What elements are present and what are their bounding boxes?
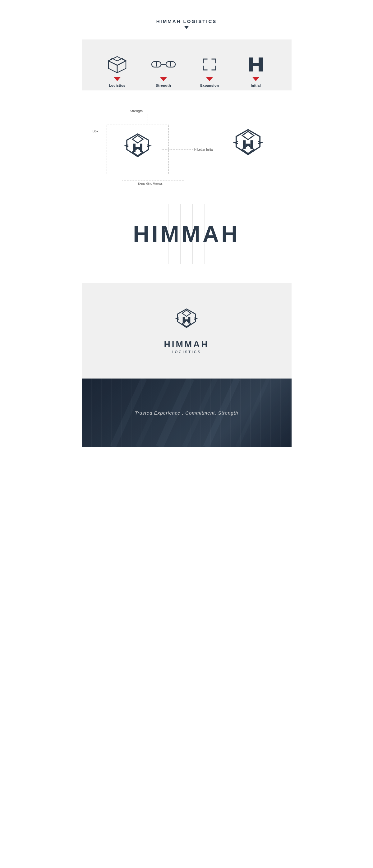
svg-rect-18 [133, 144, 135, 152]
svg-rect-19 [140, 144, 143, 152]
svg-rect-20 [135, 147, 140, 149]
logo-grey-svg [173, 308, 200, 336]
svg-rect-25 [250, 140, 253, 149]
header-chevron-icon [184, 26, 189, 29]
svg-marker-21 [236, 130, 259, 154]
chain-icon [151, 55, 176, 74]
svg-rect-14 [253, 63, 259, 66]
arrow-strength [160, 77, 167, 81]
icon-item-expansion: Expansion [187, 55, 233, 87]
logo-brand-name: HIMMAH [164, 339, 209, 349]
h-annotation: H Letter Initial [162, 148, 214, 151]
svg-line-3 [108, 61, 117, 65]
concept-section: Strength Box H Letter Initial [82, 90, 291, 204]
label-strength: Strength [156, 84, 171, 87]
typography-inner: HIMMAH [82, 204, 291, 264]
label-expansion: Expansion [200, 84, 219, 87]
svg-line-4 [117, 61, 126, 65]
building-tagline: Trusted Experience , Commitment, Strengt… [135, 410, 239, 415]
bottom-dash [138, 174, 200, 181]
arrow-initial [252, 77, 259, 81]
icon-item-strength: Strength [140, 55, 187, 87]
logo-container: HIMMAH LOGISTICS [88, 308, 285, 354]
svg-rect-32 [185, 319, 188, 321]
bottom-dash-h [122, 181, 184, 181]
concept-left: Strength Box H Letter Initial [94, 109, 200, 185]
svg-rect-12 [249, 58, 253, 71]
typography-section: HIMMAH [82, 204, 291, 264]
h-letter-icon [248, 55, 263, 74]
arrows-label: Expanding Arrows [138, 182, 200, 185]
svg-rect-24 [243, 140, 246, 149]
icon-item-initial: Initial [233, 55, 279, 87]
icons-row: Logistics Strength [82, 49, 291, 90]
arrow-logistics [114, 77, 121, 81]
box-icon [106, 55, 128, 74]
box-label: Box [93, 129, 98, 133]
spacer-1 [82, 264, 291, 283]
header-title: HIMMAH LOGISTICS [88, 19, 285, 24]
brand-name-large: HIMMAH [82, 214, 291, 254]
building-section: Trusted Experience , Commitment, Strengt… [82, 378, 291, 447]
icon-item-logistics: Logistics [94, 55, 141, 87]
svg-rect-13 [259, 58, 263, 71]
dashed-box: H Letter Initial [106, 125, 169, 174]
concept-logo-clean [229, 128, 267, 165]
h-ann-dash [162, 150, 193, 150]
svg-marker-27 [178, 309, 195, 328]
arrow-expansion [206, 77, 213, 81]
svg-marker-15 [127, 134, 149, 157]
strength-label: Strength [130, 109, 143, 113]
svg-rect-26 [246, 144, 250, 146]
concept-logo-svg [121, 132, 155, 166]
icons-section: Logistics Strength [82, 39, 291, 90]
expand-icon [200, 55, 219, 74]
svg-rect-31 [188, 317, 190, 323]
bottom-annotation: Expanding Arrows [106, 174, 200, 185]
logo-brand-sub: LOGISTICS [172, 350, 201, 354]
label-logistics: Logistics [109, 84, 125, 87]
label-initial: Initial [251, 84, 261, 87]
concept-right [229, 128, 267, 166]
svg-rect-30 [183, 317, 185, 323]
top-dash-line [148, 114, 148, 125]
logo-grey-section: HIMMAH LOGISTICS [82, 283, 291, 378]
header: HIMMAH LOGISTICS [82, 0, 291, 39]
concept-inner: Strength Box H Letter Initial [94, 109, 279, 185]
h-ann-text: H Letter Initial [194, 148, 214, 151]
